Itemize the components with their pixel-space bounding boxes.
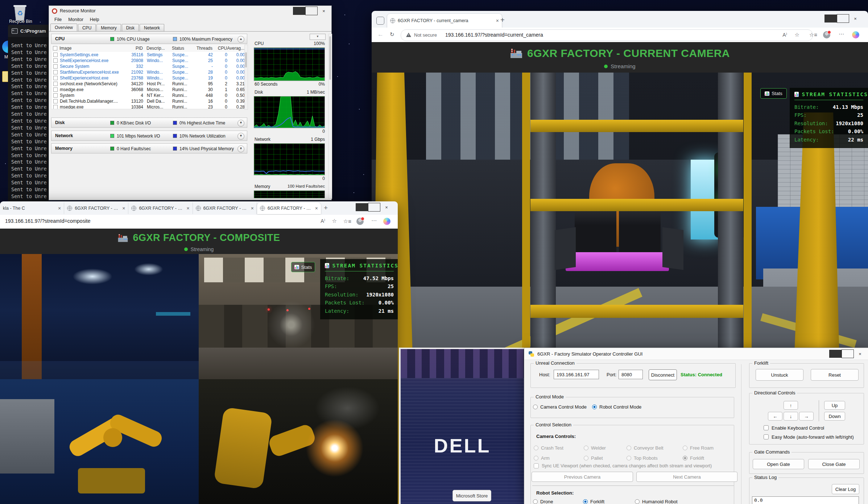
copilot-icon[interactable]	[852, 31, 859, 38]
console-titlebar[interactable]: C:\Program	[8, 25, 49, 37]
open-gate-button[interactable]: Open Gate	[753, 459, 804, 469]
url-text[interactable]: 193.166.161.97/?streamId=current_camera	[445, 32, 543, 38]
browser-tab[interactable]: 6GXR FACTORY - composit...×	[193, 202, 257, 214]
easy-mode-checkbox[interactable]	[764, 434, 769, 439]
radio-forklift[interactable]: Forklift	[583, 499, 635, 504]
radio-camera-control-mode[interactable]: Camera Control Mode	[533, 404, 592, 410]
minimize-icon[interactable]	[356, 203, 368, 211]
keyboard-control-checkbox[interactable]	[764, 425, 769, 430]
profile-avatar[interactable]	[356, 218, 364, 225]
workspaces-icon[interactable]	[376, 17, 384, 25]
header-checkbox[interactable]	[53, 46, 57, 50]
new-tab-icon[interactable]: +	[500, 16, 505, 24]
left-button[interactable]: ←	[768, 412, 782, 421]
browser-tab[interactable]: 6GXR FACTORY - composit...×	[128, 202, 193, 214]
radio-drone[interactable]: Drone	[533, 499, 583, 504]
backward-button[interactable]: ↓	[784, 412, 798, 421]
rm-memory-section-header[interactable]: Memory 0 Hard Faults/sec 14% Used Physic…	[51, 143, 247, 153]
port-field[interactable]: 8080	[619, 370, 643, 379]
row-checkbox[interactable]	[53, 82, 58, 86]
favorite-star-icon[interactable]: ☆	[795, 32, 799, 38]
process-row[interactable]: Dell.TechHub.DataManager....13120Dell Da…	[51, 98, 245, 104]
tab-close-icon[interactable]: ×	[122, 205, 125, 211]
next-camera-button[interactable]: Next Camera	[636, 472, 737, 482]
collections-icon[interactable]: ☆≡	[343, 218, 351, 225]
row-checkbox[interactable]	[53, 105, 58, 109]
right-button[interactable]: →	[799, 412, 814, 421]
recycle-bin-icon[interactable]: ♻	[9, 4, 30, 21]
menu-monitor[interactable]: Monitor	[65, 16, 87, 23]
process-row[interactable]: StartMenuExperienceHost.exe21092Windo...…	[51, 69, 245, 75]
address-bar[interactable]: Not secure 193.166.161.97/?streamId=curr…	[401, 29, 813, 41]
collections-icon[interactable]: ☆≡	[809, 32, 817, 38]
browser-tab-current-camera[interactable]: 6GXR FACTORY - current_camera ×	[387, 13, 502, 28]
tab-cpu[interactable]: CPU	[78, 24, 96, 32]
more-menu-icon[interactable]: ⋯	[839, 31, 844, 37]
row-checkbox[interactable]	[53, 70, 58, 74]
rm-process-table[interactable]: SystemSettings.exe35116SettingsSuspe...4…	[51, 52, 245, 109]
microsoft-store-button[interactable]: Microsoft Store	[452, 490, 491, 501]
rm-table-header[interactable]: Image PID Descrip... Status Threads CPU …	[51, 45, 244, 52]
maximize-icon[interactable]	[368, 203, 380, 211]
forward-button[interactable]: ↑	[784, 401, 798, 410]
down-button[interactable]: Down	[824, 412, 845, 421]
rm-titlebar[interactable]: Resource Monitor	[49, 6, 331, 16]
chevron-down-icon[interactable]: ▼	[237, 146, 244, 152]
radio-forklift[interactable]: Forklift	[683, 455, 726, 461]
row-checkbox[interactable]	[53, 99, 58, 103]
chevron-down-icon[interactable]: ▼	[237, 120, 244, 127]
table-scrollbar[interactable]	[244, 45, 248, 110]
tab-memory[interactable]: Memory	[96, 24, 121, 32]
pane-scrollbar[interactable]	[328, 34, 332, 199]
browser-tab[interactable]: 6GXR FACTORY - composit...×	[257, 202, 321, 214]
radio-robot-control-mode[interactable]: Robot Control Mode	[592, 404, 665, 410]
close-icon[interactable]: ×	[854, 350, 866, 358]
tab-close-icon[interactable]: ×	[251, 205, 254, 211]
chevron-down-icon[interactable]: ▼	[237, 133, 244, 140]
stats-button[interactable]: Stats	[760, 88, 787, 99]
radio-top-robots[interactable]: Top Robots	[627, 455, 683, 461]
read-aloud-icon[interactable]: A⁾	[782, 32, 787, 38]
more-menu-icon[interactable]: ⋯	[371, 217, 377, 224]
radio-welder[interactable]: Welder	[584, 445, 627, 451]
row-checkbox[interactable]	[53, 58, 58, 63]
radio-arm[interactable]: Arm	[534, 455, 584, 461]
tab-disk[interactable]: Disk	[122, 24, 139, 32]
row-checkbox[interactable]	[53, 64, 58, 69]
new-tab-icon[interactable]: +	[324, 204, 328, 212]
maximize-icon[interactable]	[837, 15, 849, 22]
row-checkbox[interactable]	[53, 93, 58, 98]
radio-free-roam[interactable]: Free Roam	[683, 445, 726, 451]
process-row[interactable]: svchost.exe (NetworkService)34120Host Pr…	[51, 81, 245, 87]
browser-tab[interactable]: kla - The C×	[0, 202, 64, 214]
menu-help[interactable]: Help	[87, 16, 103, 23]
tab-close-icon[interactable]: ×	[496, 18, 499, 24]
menu-file[interactable]: File	[51, 16, 65, 23]
row-checkbox[interactable]	[53, 53, 58, 57]
gui-titlebar[interactable]: 6GXR - Factory Simulator Operator Contro…	[524, 348, 868, 360]
close-gate-button[interactable]: Close Gate	[808, 459, 860, 469]
close-icon[interactable]: ×	[380, 203, 393, 211]
disconnect-button[interactable]: Disconnect	[649, 369, 677, 380]
row-checkbox[interactable]	[53, 76, 58, 80]
favorite-star-icon[interactable]: ☆	[332, 218, 337, 224]
previous-camera-button[interactable]: Previous Camera	[532, 472, 633, 482]
process-row[interactable]: System4NT Ker...Runni...44800.50	[51, 93, 245, 98]
close-icon[interactable]: ×	[318, 7, 330, 15]
back-icon[interactable]: ←	[377, 31, 384, 38]
up-button[interactable]: Up	[824, 401, 845, 410]
rm-disk-section-header[interactable]: Disk 0 KB/sec Disk I/O 0% Highest Active…	[51, 118, 247, 128]
close-icon[interactable]: ×	[849, 15, 861, 22]
refresh-icon[interactable]: ↻	[390, 31, 394, 38]
browser-tab[interactable]: 6GXR FACTORY - composit...×	[64, 202, 128, 214]
maximize-icon[interactable]	[305, 7, 318, 15]
radio-conveyor-belt[interactable]: Conveyor Belt	[627, 445, 683, 451]
minimize-icon[interactable]	[829, 350, 842, 358]
radio-crash-test[interactable]: Crash Test	[534, 445, 584, 451]
chevron-up-icon[interactable]: ▲	[237, 36, 244, 43]
profile-avatar[interactable]	[823, 31, 830, 38]
rm-network-section-header[interactable]: Network 101 Mbps Network I/O 10% Network…	[51, 131, 247, 141]
process-row[interactable]: msedge.exe10384Micros...Runni...2300.28	[51, 104, 245, 109]
radio-pallet[interactable]: Pallet	[584, 455, 627, 461]
process-row[interactable]: ShellExperienceHost.exe20808Windo...Susp…	[51, 58, 245, 63]
